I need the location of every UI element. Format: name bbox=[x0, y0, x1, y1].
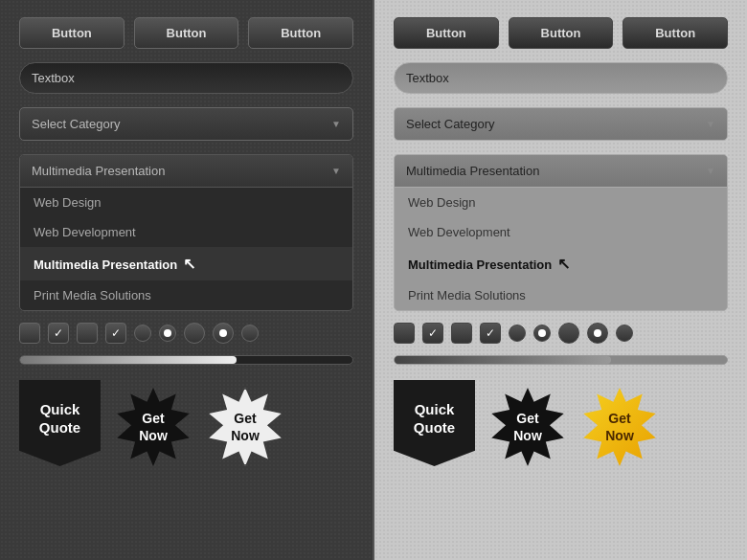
checkbox-2-dark[interactable]: ✓ bbox=[48, 323, 69, 344]
badges-row-dark: Quick Quote GetNow GetNow bbox=[19, 380, 353, 466]
controls-row-light: ✓ ✓ bbox=[394, 323, 728, 344]
badge-star-text-dark: GetNow bbox=[139, 410, 168, 444]
dropdown-item-multimedia-dark[interactable]: Multimedia Presentation ↖ bbox=[20, 247, 352, 280]
badge-ribbon-dark[interactable]: Quick Quote bbox=[19, 380, 101, 466]
dropdown-selected-light: Multimedia Presentation bbox=[406, 164, 539, 178]
badge-ribbon-line1-dark: Quick bbox=[40, 400, 80, 419]
badge-ribbon-line2-light: Quote bbox=[414, 418, 455, 437]
controls-row-dark: ✓ ✓ bbox=[19, 323, 353, 344]
checkbox-1-light[interactable] bbox=[394, 323, 415, 344]
dropdown-dark: Multimedia Presentation ▼ Web Design Web… bbox=[19, 154, 353, 311]
select-wrap-dark: Select Category ▼ bbox=[19, 107, 353, 141]
progress-track-dark bbox=[19, 355, 353, 365]
light-panel: Button Button Button Select Category ▼ M… bbox=[374, 0, 747, 560]
checkbox-3-dark[interactable] bbox=[77, 323, 98, 344]
dropdown-header-light[interactable]: Multimedia Presentation ▼ bbox=[395, 155, 727, 188]
progress-wrap-light bbox=[394, 355, 728, 365]
progress-fill-dark bbox=[20, 356, 237, 364]
radio-2-dark[interactable] bbox=[159, 325, 176, 342]
dropdown-item-print-light[interactable]: Print Media Solutions bbox=[395, 280, 727, 310]
button-1-light[interactable]: Button bbox=[394, 17, 499, 49]
dropdown-item-webdesign-dark[interactable]: Web Design bbox=[20, 188, 352, 217]
buttons-row-dark: Button Button Button bbox=[19, 17, 353, 49]
button-3-dark[interactable]: Button bbox=[248, 17, 353, 49]
dropdown-item-webdesign-light[interactable]: Web Design bbox=[395, 188, 727, 217]
checkbox-4-dark[interactable]: ✓ bbox=[105, 323, 126, 344]
button-2-dark[interactable]: Button bbox=[134, 17, 239, 49]
chevron-down-icon-dropdown-light: ▼ bbox=[706, 166, 715, 176]
progress-wrap-dark bbox=[19, 355, 353, 365]
select-category-dark[interactable]: Select Category ▼ bbox=[19, 107, 353, 141]
dropdown-selected-dark: Multimedia Presentation bbox=[32, 164, 165, 178]
select-label-dark: Select Category bbox=[32, 117, 121, 131]
button-2-light[interactable]: Button bbox=[509, 17, 614, 49]
textbox-dark[interactable] bbox=[19, 62, 353, 94]
badge-star-text-light: GetNow bbox=[513, 410, 542, 444]
badge-ribbon-line1-light: Quick bbox=[415, 400, 455, 419]
dropdown-item-webdev-light[interactable]: Web Development bbox=[395, 217, 727, 247]
progress-track-light bbox=[394, 355, 728, 365]
select-category-light[interactable]: Select Category ▼ bbox=[394, 107, 728, 141]
select-wrap-light: Select Category ▼ bbox=[394, 107, 728, 141]
badge-star-gold-text-light: GetNow bbox=[605, 410, 634, 444]
select-label-light: Select Category bbox=[406, 117, 495, 131]
badge-star-dark[interactable]: GetNow bbox=[114, 388, 192, 466]
checkbox-3-light[interactable] bbox=[451, 323, 472, 344]
dropdown-header-dark[interactable]: Multimedia Presentation ▼ bbox=[20, 155, 352, 188]
dropdown-light: Multimedia Presentation ▼ Web Design Web… bbox=[394, 154, 728, 311]
radio-4-light[interactable] bbox=[587, 323, 608, 344]
chevron-down-icon-light: ▼ bbox=[706, 119, 715, 129]
badge-ribbon-light[interactable]: Quick Quote bbox=[394, 380, 475, 466]
radio-5-dark[interactable] bbox=[241, 325, 259, 342]
radio-2-light[interactable] bbox=[533, 325, 551, 342]
button-1-dark[interactable]: Button bbox=[19, 17, 124, 49]
checkbox-4-light[interactable]: ✓ bbox=[480, 323, 501, 344]
button-3-light[interactable]: Button bbox=[622, 17, 728, 49]
dropdown-item-multimedia-light[interactable]: Multimedia Presentation ↖ bbox=[395, 247, 727, 280]
textbox-wrap-light bbox=[394, 62, 728, 94]
dropdown-item-webdev-dark[interactable]: Web Development bbox=[20, 217, 352, 247]
badge-star-gold-light[interactable]: GetNow bbox=[580, 388, 659, 466]
chevron-down-icon-dropdown-dark: ▼ bbox=[331, 166, 341, 176]
textbox-light[interactable] bbox=[394, 62, 728, 94]
dropdown-item-print-dark[interactable]: Print Media Solutions bbox=[20, 280, 352, 310]
badge-ribbon-line2-dark: Quote bbox=[39, 418, 80, 437]
buttons-row-light: Button Button Button bbox=[394, 17, 728, 49]
checkbox-2-light[interactable]: ✓ bbox=[422, 323, 443, 344]
badge-star-outline-text-dark: GetNow bbox=[231, 410, 260, 444]
checkbox-1-dark[interactable] bbox=[19, 323, 40, 344]
textbox-wrap-dark bbox=[19, 62, 353, 94]
badge-star-outline-dark[interactable]: GetNow bbox=[206, 388, 284, 466]
radio-1-dark[interactable] bbox=[134, 325, 151, 342]
radio-3-dark[interactable] bbox=[184, 323, 205, 344]
radio-4-dark[interactable] bbox=[213, 323, 234, 344]
progress-fill-light bbox=[395, 356, 611, 364]
chevron-down-icon-dark: ▼ bbox=[331, 119, 341, 129]
badges-row-light: Quick Quote GetNow GetNow bbox=[394, 380, 728, 466]
dark-panel: Button Button Button Select Category ▼ M… bbox=[0, 0, 373, 560]
radio-1-light[interactable] bbox=[509, 325, 526, 342]
badge-star-light-panel[interactable]: GetNow bbox=[488, 388, 567, 466]
radio-5-light[interactable] bbox=[616, 325, 633, 342]
radio-3-light[interactable] bbox=[558, 323, 579, 344]
